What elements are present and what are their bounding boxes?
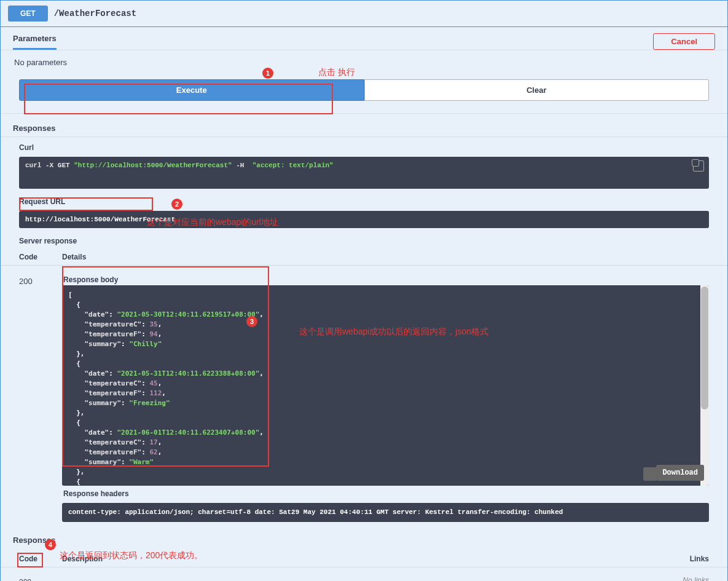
response-headers-block: content-type: application/json; charset=… (62, 503, 709, 522)
swagger-operation-panel: GET /WeatherForecast Parameters Cancel N… (0, 0, 728, 581)
annotation-bubble-1: 1 (262, 68, 273, 79)
annotation-bubble-3: 3 (246, 316, 257, 327)
curl-command-block: curl -X GET "http://localhost:5000/Weath… (19, 157, 709, 189)
response-headers-label: Response headers (63, 489, 709, 498)
action-button-row: Execute Clear (1, 74, 727, 107)
response-body-label: Response body (63, 275, 709, 284)
annotation-text-1: 点击 执行 (318, 67, 355, 78)
annotation-text-2: 这个是对应当前的webapi的url地址 (147, 217, 278, 228)
response-body-block: [ { "date": "2021-05-30T12:40:11.6219517… (62, 285, 709, 486)
annotation-text-3: 这个是调用webapi成功以后的返回内容，json格式 (299, 326, 488, 338)
execute-button[interactable]: Execute (19, 79, 364, 101)
no-parameters-text: No parameters (1, 50, 727, 74)
scrollbar-track[interactable] (700, 285, 709, 486)
column-links: Links (648, 555, 709, 563)
clear-button[interactable]: Clear (364, 79, 710, 101)
annotation-bubble-2: 2 (171, 199, 182, 210)
column-code: Code (19, 253, 62, 261)
operation-summary[interactable]: GET /WeatherForecast (1, 1, 727, 27)
server-response-label: Server response (1, 231, 727, 248)
tab-parameters[interactable]: Parameters (13, 34, 57, 50)
copy-icon[interactable] (643, 467, 657, 481)
doc-response-code: 200 (19, 576, 62, 581)
http-method-badge: GET (8, 6, 48, 22)
scrollbar-thumb[interactable] (701, 287, 708, 409)
endpoint-path: /WeatherForecast (54, 9, 136, 18)
annotation-bubble-4: 4 (45, 539, 56, 550)
doc-response-nolinks: No links (648, 576, 709, 581)
annotation-text-4: 这个是返回到状态码，200代表成功。 (60, 550, 203, 561)
download-button[interactable]: Download (656, 465, 704, 481)
request-url-label: Request URL (1, 191, 727, 208)
doc-responses-heading: Responses (1, 522, 727, 548)
cancel-button[interactable]: Cancel (653, 33, 715, 50)
response-code-200: 200 (19, 272, 62, 522)
curl-label: Curl (1, 137, 727, 154)
responses-heading: Responses (1, 114, 727, 136)
request-url-block: http://localhost:5000/WeatherForecast (19, 211, 709, 228)
copy-icon[interactable] (693, 160, 704, 172)
column-code: Code (19, 555, 62, 563)
column-details: Details (62, 253, 709, 261)
doc-response-description: Success (62, 576, 648, 581)
